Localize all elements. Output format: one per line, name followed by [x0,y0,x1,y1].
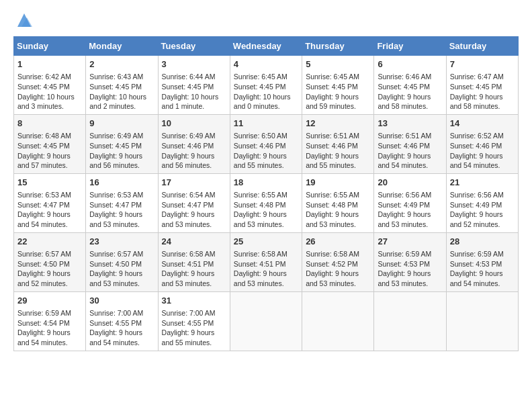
day-info-line: Sunset: 4:45 PM [378,82,442,92]
day-info-line: and 53 minutes. [162,220,226,230]
day-info-line: Daylight: 9 hours [378,151,442,161]
day-info-line: Sunrise: 6:46 AM [378,72,442,82]
weekday-header-friday: Friday [374,37,446,56]
day-number: 14 [450,118,515,130]
day-info-line: Daylight: 9 hours [306,269,370,279]
day-info-line: Daylight: 9 hours [306,92,370,102]
day-number: 27 [378,236,442,248]
day-number: 15 [17,177,82,189]
calendar-cell: 18Sunrise: 6:55 AMSunset: 4:48 PMDayligh… [230,173,302,232]
calendar-cell: 25Sunrise: 6:58 AMSunset: 4:51 PMDayligh… [230,232,302,291]
day-info-line: Sunset: 4:49 PM [450,200,515,210]
day-info-line: Daylight: 9 hours [450,151,515,161]
calendar-cell: 20Sunrise: 6:56 AMSunset: 4:49 PMDayligh… [374,173,446,232]
calendar-cell: 21Sunrise: 6:56 AMSunset: 4:49 PMDayligh… [446,173,518,232]
page: SundayMondayTuesdayWednesdayThursdayFrid… [0,0,532,365]
day-info-line: and 2 minutes. [89,101,154,111]
day-info-line: Sunset: 4:46 PM [234,141,298,151]
weekday-header-sunday: Sunday [14,37,86,56]
day-number: 16 [89,177,154,189]
calendar-week-5: 29Sunrise: 6:59 AMSunset: 4:54 PMDayligh… [14,291,519,351]
day-info-line: Sunrise: 6:45 AM [234,72,298,82]
day-info-line: and 54 minutes. [89,338,154,348]
day-info-line: Daylight: 9 hours [378,269,442,279]
day-info-line: Daylight: 9 hours [450,92,515,102]
day-number: 25 [234,236,298,248]
day-info-line: Sunrise: 6:43 AM [89,72,154,82]
day-number: 26 [306,236,370,248]
day-info-line: Sunset: 4:45 PM [162,82,226,92]
day-info-line: and 56 minutes. [89,161,154,171]
calendar-cell: 10Sunrise: 6:49 AMSunset: 4:46 PMDayligh… [158,114,230,173]
day-info-line: Daylight: 9 hours [162,269,226,279]
day-info-line: Sunset: 4:46 PM [450,141,515,151]
calendar-cell [374,291,446,351]
calendar-cell: 26Sunrise: 6:58 AMSunset: 4:52 PMDayligh… [302,232,374,291]
day-info-line: Daylight: 9 hours [17,328,82,338]
day-info-line: Sunset: 4:50 PM [17,259,82,269]
day-info-line: Sunrise: 6:58 AM [306,249,370,259]
day-info-line: Daylight: 9 hours [17,269,82,279]
calendar-cell: 17Sunrise: 6:54 AMSunset: 4:47 PMDayligh… [158,173,230,232]
day-info-line: Daylight: 10 hours [89,92,154,102]
calendar-cell [230,291,302,351]
header [13,11,519,30]
day-number: 9 [89,118,154,130]
day-info-line: Sunrise: 6:59 AM [450,249,515,259]
day-info-line: and 53 minutes. [89,279,154,289]
day-info-line: Daylight: 9 hours [234,210,298,220]
logo [13,11,34,30]
day-number: 13 [378,118,442,130]
day-info-line: Sunset: 4:48 PM [306,200,370,210]
day-number: 2 [89,58,154,71]
day-info-line: Daylight: 9 hours [162,328,226,338]
day-info-line: and 55 minutes. [234,161,298,171]
calendar-cell [302,291,374,351]
day-info-line: and 1 minute. [162,101,226,111]
day-info-line: Sunrise: 6:57 AM [89,249,154,259]
day-info-line: and 56 minutes. [162,161,226,171]
calendar-cell: 24Sunrise: 6:58 AMSunset: 4:51 PMDayligh… [158,232,230,291]
day-info-line: Daylight: 9 hours [17,210,82,220]
day-info-line: Daylight: 9 hours [378,210,442,220]
day-info-line: and 54 minutes. [450,161,515,171]
calendar-cell: 13Sunrise: 6:51 AMSunset: 4:46 PMDayligh… [374,114,446,173]
day-number: 8 [17,118,82,130]
day-info-line: Daylight: 9 hours [306,210,370,220]
calendar-cell: 9Sunrise: 6:49 AMSunset: 4:45 PMDaylight… [86,114,158,173]
day-number: 1 [17,58,82,71]
day-info-line: and 55 minutes. [162,338,226,348]
day-info-line: and 52 minutes. [17,279,82,289]
calendar-cell [446,291,518,351]
day-info-line: and 52 minutes. [450,220,515,230]
day-number: 23 [89,236,154,248]
calendar-cell: 6Sunrise: 6:46 AMSunset: 4:45 PMDaylight… [374,56,446,115]
day-info-line: and 53 minutes. [234,220,298,230]
day-info-line: Sunset: 4:47 PM [17,200,82,210]
day-number: 18 [234,177,298,189]
day-info-line: Sunset: 4:45 PM [234,82,298,92]
calendar-cell: 1Sunrise: 6:42 AMSunset: 4:45 PMDaylight… [14,56,86,115]
day-info-line: Sunrise: 6:58 AM [162,249,226,259]
day-info-line: Sunset: 4:47 PM [162,200,226,210]
calendar-week-2: 8Sunrise: 6:48 AMSunset: 4:45 PMDaylight… [14,114,519,173]
weekday-header-tuesday: Tuesday [158,37,230,56]
day-info-line: Sunrise: 6:53 AM [17,190,82,200]
day-number: 4 [234,58,298,71]
day-info-line: and 54 minutes. [17,220,82,230]
day-info-line: Sunrise: 6:47 AM [450,72,515,82]
day-info-line: Sunrise: 6:59 AM [378,249,442,259]
day-info-line: Sunrise: 6:55 AM [234,190,298,200]
calendar-cell: 23Sunrise: 6:57 AMSunset: 4:50 PMDayligh… [86,232,158,291]
day-info-line: and 3 minutes. [17,101,82,111]
day-info-line: Sunrise: 6:58 AM [234,249,298,259]
day-info-line: and 59 minutes. [306,101,370,111]
calendar-cell: 27Sunrise: 6:59 AMSunset: 4:53 PMDayligh… [374,232,446,291]
day-number: 10 [162,118,226,130]
day-info-line: Daylight: 9 hours [450,269,515,279]
calendar-cell: 11Sunrise: 6:50 AMSunset: 4:46 PMDayligh… [230,114,302,173]
calendar-cell: 31Sunrise: 7:00 AMSunset: 4:55 PMDayligh… [158,291,230,351]
day-info-line: Sunset: 4:46 PM [306,141,370,151]
calendar-cell: 30Sunrise: 7:00 AMSunset: 4:55 PMDayligh… [86,291,158,351]
day-info-line: Sunrise: 6:44 AM [162,72,226,82]
